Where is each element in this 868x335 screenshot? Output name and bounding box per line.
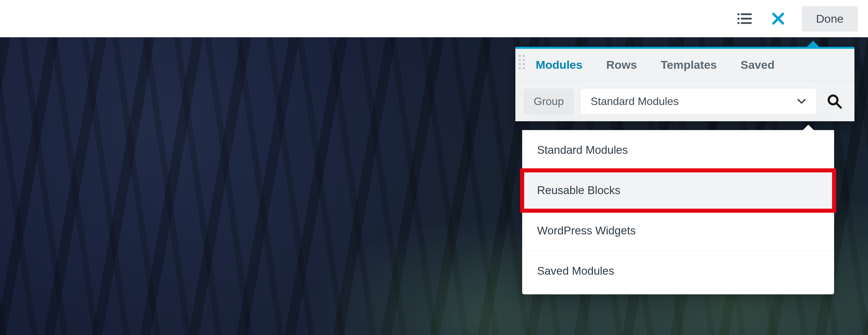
close-panel-button[interactable] — [768, 8, 788, 29]
tab-modules[interactable]: Modules — [536, 58, 583, 71]
tab-rows[interactable]: Rows — [606, 58, 637, 71]
panel-drag-handle[interactable] — [519, 55, 525, 69]
outline-toggle-button[interactable] — [734, 8, 754, 29]
tab-label: Modules — [536, 58, 583, 71]
close-icon — [771, 12, 785, 25]
dropdown-item-standard-modules[interactable]: Standard Modules — [522, 130, 834, 170]
tab-label: Rows — [606, 58, 637, 71]
svg-line-9 — [837, 104, 841, 108]
group-filter-chip[interactable]: Group — [524, 88, 574, 114]
panel-filter-row: Group Standard Modules — [515, 81, 854, 121]
panel-search-button[interactable] — [823, 93, 846, 109]
dropdown-item-label: WordPress Widgets — [537, 224, 636, 237]
svg-point-4 — [737, 22, 739, 24]
tab-label: Saved — [741, 58, 774, 71]
done-button[interactable]: Done — [802, 6, 858, 32]
chevron-down-icon — [797, 99, 806, 104]
svg-point-2 — [737, 18, 739, 20]
dropdown-item-label: Reusable Blocks — [537, 184, 620, 196]
dropdown-item-saved-modules[interactable]: Saved Modules — [522, 251, 834, 291]
dropdown-item-wordpress-widgets[interactable]: WordPress Widgets — [522, 211, 834, 251]
module-group-select[interactable]: Standard Modules — [580, 88, 816, 114]
editor-top-toolbar: Done — [0, 0, 868, 37]
list-outline-icon — [737, 12, 752, 25]
group-chip-label: Group — [534, 95, 564, 107]
tab-label: Templates — [661, 58, 717, 71]
svg-point-0 — [737, 13, 739, 15]
panel-tabs: Modules Rows Templates Saved — [515, 49, 854, 81]
content-panel: Modules Rows Templates Saved Group Stand… — [515, 47, 854, 121]
tab-saved[interactable]: Saved — [741, 58, 774, 71]
dropdown-item-reusable-blocks[interactable]: Reusable Blocks — [522, 170, 834, 211]
dropdown-item-label: Standard Modules — [537, 144, 628, 156]
search-icon — [826, 93, 843, 109]
module-group-dropdown: Standard Modules Reusable Blocks WordPre… — [522, 130, 834, 294]
dropdown-item-label: Saved Modules — [537, 265, 614, 277]
tab-templates[interactable]: Templates — [661, 58, 717, 71]
done-button-label: Done — [816, 12, 844, 25]
select-value: Standard Modules — [591, 95, 679, 108]
